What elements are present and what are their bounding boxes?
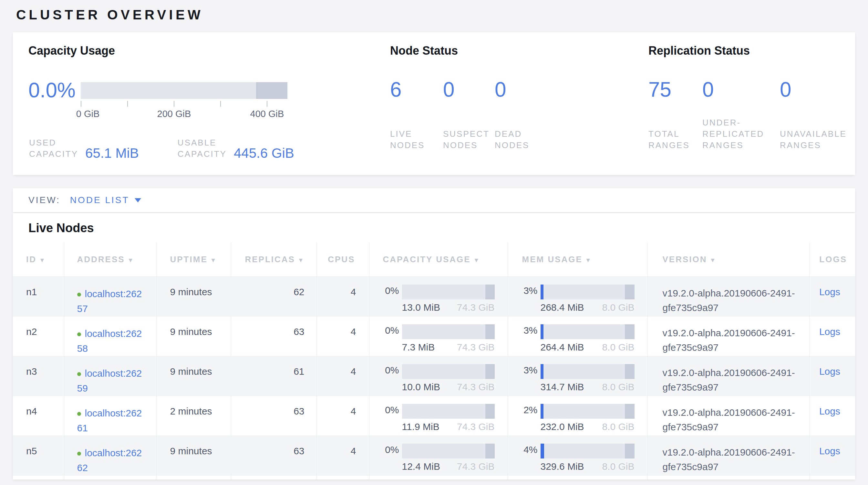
version-cell: v19.2.0-alpha.20190606-2491-gfe735c9a97 <box>647 356 809 396</box>
live-status-icon <box>77 452 81 456</box>
mem-bar <box>540 364 634 379</box>
table-header-row: ID▼ADDRESS▼UPTIME▼REPLICAS▼CPUSCAPACITY … <box>13 242 855 277</box>
mem-values: 264.4 MiB8.0 GiB <box>540 342 634 353</box>
view-dropdown-value[interactable]: NODE LIST <box>70 195 129 205</box>
capacity-cell: 0%11.9 MiB74.3 GiB <box>369 396 507 435</box>
logs-link[interactable]: Logs <box>819 446 840 456</box>
column-header-label: ADDRESS <box>77 254 125 264</box>
node-address-cell: localhost:26258 <box>64 316 156 356</box>
mem-total-value: 8.0 GiB <box>602 421 634 432</box>
capacity-bar-endcap <box>485 364 495 379</box>
version-cell: v19.2.0-alpha.20190606-2491-gfe735c9a97 <box>647 435 809 475</box>
capacity-values: 7.3 MiB74.3 GiB <box>402 342 495 353</box>
view-dropdown[interactable]: NODE LIST <box>70 195 141 205</box>
live-nodes-card: Live Nodes ID▼ADDRESS▼UPTIME▼REPLICAS▼CP… <box>13 213 855 480</box>
column-header-capacity-usage[interactable]: CAPACITY USAGE▼ <box>369 242 507 277</box>
axis-label: 0 GiB <box>76 109 100 119</box>
node-id-cell: n2 <box>13 316 64 356</box>
logs-link[interactable]: Logs <box>819 326 840 337</box>
mem-meter: 3%268.4 MiB8.0 GiB <box>508 277 647 313</box>
mem-meter: 4%329.6 MiB8.0 GiB <box>508 436 647 472</box>
capacity-meter: 0%7.3 MiB74.3 GiB <box>369 317 507 353</box>
capacity-bar-endcap <box>485 444 495 458</box>
capacity-percent-value: 0.0% <box>28 79 80 102</box>
logs-cell: Logs <box>809 435 855 475</box>
column-header-mem-usage[interactable]: MEM USAGE▼ <box>507 242 647 277</box>
version-cell: v19.2.0-alpha.20190606-2491-gfe735c9a97 <box>647 396 809 435</box>
node-address-link[interactable]: localhost:26262 <box>77 448 142 473</box>
capacity-usage-section: Capacity Usage 0.0% 0 GiB <box>28 44 390 163</box>
total-ranges-label: TOTAL RANGES <box>648 117 702 151</box>
capacity-percent: 0% <box>378 365 399 376</box>
node-id-cell: n3 <box>13 356 64 396</box>
node-address-link[interactable]: localhost:26257 <box>77 288 142 314</box>
mem-values: 314.7 MiB8.0 GiB <box>540 381 634 393</box>
mem-values: 232.0 MiB8.0 GiB <box>540 421 634 432</box>
replication-status-section: Replication Status 75 TOTAL RANGES 0 UND… <box>648 44 861 163</box>
node-id-cell: n4 <box>13 396 64 435</box>
column-header-label: CPUS <box>328 254 355 264</box>
view-label: VIEW: <box>28 195 60 205</box>
capacity-meter: 0%11.9 MiB74.3 GiB <box>369 396 507 432</box>
node-status-section: Node Status 6 LIVE NODES 0 SUSPECT NODES <box>390 44 648 163</box>
column-header-label: VERSION <box>662 254 707 264</box>
capacity-bar <box>402 324 495 339</box>
capacity-axis <box>81 100 287 107</box>
column-header-address[interactable]: ADDRESS▼ <box>64 242 156 277</box>
under-replicated-ranges-value: 0 <box>702 78 780 104</box>
mem-bar-fill <box>540 285 544 299</box>
column-header-replicas[interactable]: REPLICAS▼ <box>231 242 316 277</box>
mem-bar-fill <box>540 324 544 339</box>
column-header-id[interactable]: ID▼ <box>13 242 64 277</box>
used-capacity-stat: USED CAPACITY 65.1 MiB <box>29 137 139 160</box>
capacity-total-value: 74.3 GiB <box>457 302 495 313</box>
mem-bar-endcap <box>625 404 634 419</box>
capacity-meter: 0%12.4 MiB74.3 GiB <box>369 436 507 472</box>
mem-meter: 3%264.4 MiB8.0 GiB <box>508 317 647 353</box>
logs-link[interactable]: Logs <box>819 406 840 417</box>
total-ranges-stat: 75 TOTAL RANGES <box>648 78 702 151</box>
uptime-cell: 9 minutes <box>156 356 231 396</box>
uptime-cell: 9 minutes <box>156 435 231 475</box>
column-header-uptime[interactable]: UPTIME▼ <box>156 242 231 277</box>
capacity-bar <box>402 285 495 299</box>
mem-percent: 3% <box>517 365 538 376</box>
mem-bar-fill <box>540 404 544 419</box>
axis-label: 200 GiB <box>157 109 191 119</box>
total-ranges-value: 75 <box>648 78 702 104</box>
live-status-icon <box>77 372 81 376</box>
capacity-bar <box>402 364 495 379</box>
replicas-cell: 63 <box>231 435 316 475</box>
usable-capacity-label: USABLE CAPACITY <box>178 137 227 160</box>
mem-total-value: 8.0 GiB <box>602 342 634 353</box>
cpus-cell: 4 <box>316 396 369 435</box>
node-address-cell: localhost:26257 <box>64 277 156 316</box>
capacity-percent: 0% <box>378 285 399 296</box>
usable-capacity-value: 445.6 GiB <box>234 147 294 160</box>
unavailable-ranges-label: UNAVAILABLE RANGES <box>780 117 861 151</box>
logs-link[interactable]: Logs <box>819 366 840 377</box>
version-cell: v19.2.0-alpha.20190606-2491-gfe735c9a97 <box>647 277 809 316</box>
column-header-version[interactable]: VERSION▼ <box>647 242 809 277</box>
mem-bar-endcap <box>625 444 634 458</box>
capacity-bar-block: 0 GiB 200 GiB 400 GiB <box>81 82 287 120</box>
mem-cell: 3%268.4 MiB8.0 GiB <box>507 277 647 316</box>
uptime-cell: 2 minutes <box>156 396 231 435</box>
mem-used-value: 314.7 MiB <box>540 381 584 393</box>
capacity-meter: 0%10.0 MiB74.3 GiB <box>369 356 507 393</box>
mem-bar-endcap <box>625 364 634 379</box>
logs-cell: Logs <box>809 277 855 316</box>
capacity-cell: 0%13.0 MiB74.3 GiB <box>369 277 507 316</box>
capacity-meter: 0%13.0 MiB74.3 GiB <box>369 277 507 313</box>
capacity-usage-gauge: 0.0% 0 GiB 200 GiB 400 <box>28 79 390 120</box>
node-address-link[interactable]: localhost:26261 <box>77 408 142 433</box>
node-address-link[interactable]: localhost:26259 <box>77 368 142 394</box>
column-header-cpus: CPUS <box>316 242 369 277</box>
node-address-link[interactable]: localhost:26258 <box>77 328 142 354</box>
mem-bar-endcap <box>625 285 634 299</box>
replicas-cell: 61 <box>231 356 316 396</box>
table-row-partial <box>13 475 855 480</box>
mem-percent: 3% <box>517 285 538 296</box>
logs-link[interactable]: Logs <box>819 286 840 297</box>
capacity-total-value: 74.3 GiB <box>457 381 495 393</box>
